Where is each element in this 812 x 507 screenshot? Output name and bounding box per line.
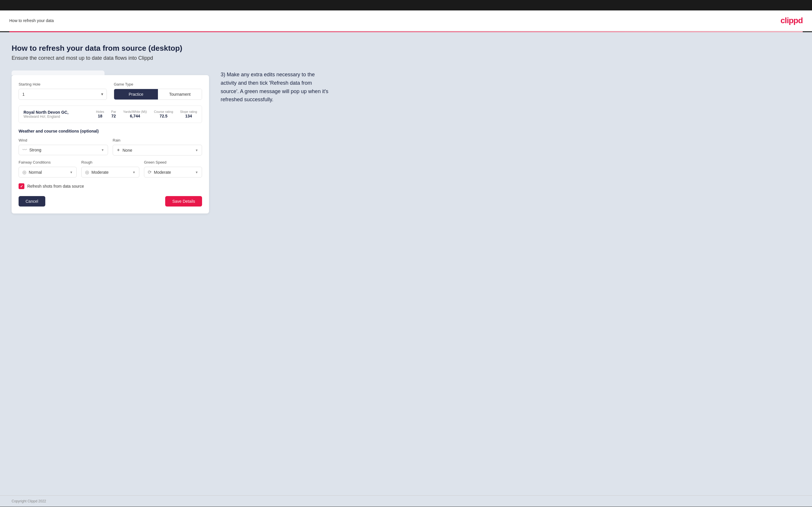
form-row-1: Starting Hole 1 ▼ Game Type Practice To — [18, 82, 202, 100]
green-speed-group: Green Speed ⟳ Moderate ▼ — [144, 160, 202, 177]
chevron-down-icon: ▼ — [133, 171, 136, 174]
wind-group: Wind 〰 Strong ▼ — [18, 138, 108, 156]
yards-value: 6,744 — [130, 114, 140, 118]
fairway-group: Fairway Conditions ◎ Normal ▼ — [18, 160, 77, 177]
side-text: 3) Make any extra edits necessary to the… — [221, 70, 331, 104]
rain-group: Rain ✦ None ▼ — [113, 138, 202, 156]
tournament-button[interactable]: Tournament — [158, 89, 202, 100]
footer: Copyright Clippd 2022 — [0, 495, 812, 507]
rain-icon: ✦ — [116, 147, 120, 153]
form-card: Starting Hole 1 ▼ Game Type Practice To — [12, 75, 209, 214]
rain-value: None — [122, 148, 195, 153]
yards-stat: Yards/White (M)) 6,744 — [123, 110, 147, 119]
refresh-checkbox[interactable]: ✓ — [18, 183, 24, 189]
side-description: 3) Make any extra edits necessary to the… — [221, 70, 331, 104]
wind-value: Strong — [29, 148, 101, 152]
par-stat: Par 72 — [111, 110, 116, 119]
par-label: Par — [111, 110, 116, 113]
slope-rating-value: 134 — [185, 114, 192, 118]
fairway-label: Fairway Conditions — [18, 160, 77, 164]
chevron-down-icon: ▼ — [195, 149, 198, 152]
fairway-select[interactable]: ◎ Normal ▼ — [18, 167, 77, 177]
green-speed-label: Green Speed — [144, 160, 202, 164]
chevron-down-icon: ▼ — [70, 171, 73, 174]
practice-button[interactable]: Practice — [114, 89, 158, 100]
save-details-button[interactable]: Save Details — [165, 196, 202, 207]
fairway-icon: ◎ — [22, 169, 27, 175]
starting-hole-select[interactable]: 1 — [18, 89, 107, 100]
game-type-buttons: Practice Tournament — [114, 89, 202, 100]
check-icon: ✓ — [20, 184, 23, 188]
course-name: Royal North Devon GC, — [23, 110, 92, 115]
refresh-label: Refresh shots from data source — [27, 184, 84, 188]
rough-select[interactable]: ◎ Moderate ▼ — [81, 167, 139, 177]
top-bar — [0, 0, 812, 10]
wind-label: Wind — [18, 138, 108, 143]
par-value: 72 — [111, 114, 116, 118]
chevron-down-icon: ▼ — [195, 171, 198, 174]
partial-card — [12, 70, 104, 75]
starting-hole-label: Starting Hole — [18, 82, 107, 87]
rough-value: Moderate — [92, 170, 133, 175]
form-actions: Cancel Save Details — [18, 196, 202, 207]
cancel-button[interactable]: Cancel — [18, 196, 45, 207]
holes-value: 18 — [98, 114, 102, 118]
content-area: Starting Hole 1 ▼ Game Type Practice To — [12, 70, 800, 214]
green-speed-icon: ⟳ — [148, 169, 152, 175]
footer-text: Copyright Clippd 2022 — [12, 499, 46, 503]
starting-hole-group: Starting Hole 1 ▼ — [18, 82, 107, 100]
rough-group: Rough ◎ Moderate ▼ — [81, 160, 139, 177]
holes-stat: Holes 18 — [96, 110, 104, 119]
conditions-row-2: Fairway Conditions ◎ Normal ▼ Rough ◎ Mo… — [18, 160, 202, 177]
yards-label: Yards/White (M)) — [123, 110, 147, 113]
wind-select[interactable]: 〰 Strong ▼ — [18, 145, 108, 155]
slope-rating-label: Slope rating — [180, 110, 197, 113]
main-content: How to refresh your data from source (de… — [0, 32, 812, 495]
rain-label: Rain — [113, 138, 202, 143]
starting-hole-wrapper: 1 ▼ — [18, 89, 107, 100]
green-speed-select[interactable]: ⟳ Moderate ▼ — [144, 167, 202, 177]
chevron-down-icon: ▼ — [101, 148, 104, 152]
wind-icon: 〰 — [22, 147, 27, 153]
slope-rating-stat: Slope rating 134 — [180, 110, 197, 119]
course-name-block: Royal North Devon GC, Westward Ho!, Engl… — [23, 110, 92, 119]
header: How to refresh your data clippd — [0, 10, 812, 31]
clippd-logo: clippd — [781, 16, 803, 25]
course-rating-label: Course rating — [154, 110, 173, 113]
course-rating-value: 72.5 — [160, 114, 167, 118]
page-heading: How to refresh your data from source (de… — [12, 44, 800, 53]
holes-label: Holes — [96, 110, 104, 113]
fairway-value: Normal — [29, 170, 70, 175]
course-stats: Holes 18 Par 72 Yards/White (M)) 6,744 — [96, 110, 197, 119]
rough-icon: ◎ — [85, 169, 89, 175]
refresh-checkbox-row: ✓ Refresh shots from data source — [18, 183, 202, 189]
header-title: How to refresh your data — [9, 18, 54, 23]
course-rating-stat: Course rating 72.5 — [154, 110, 173, 119]
game-type-group: Game Type Practice Tournament — [114, 82, 202, 100]
course-location: Westward Ho!, England — [23, 115, 92, 119]
conditions-heading: Weather and course conditions (optional) — [18, 129, 202, 133]
conditions-row-1: Wind 〰 Strong ▼ Rain ✦ None ▼ — [18, 138, 202, 156]
course-info: Royal North Devon GC, Westward Ho!, Engl… — [18, 106, 202, 123]
rough-label: Rough — [81, 160, 139, 164]
game-type-label: Game Type — [114, 82, 202, 87]
page-subheading: Ensure the correct and most up to date d… — [12, 55, 800, 61]
form-column: Starting Hole 1 ▼ Game Type Practice To — [12, 70, 209, 214]
green-speed-value: Moderate — [154, 170, 195, 175]
rain-select[interactable]: ✦ None ▼ — [113, 145, 202, 156]
